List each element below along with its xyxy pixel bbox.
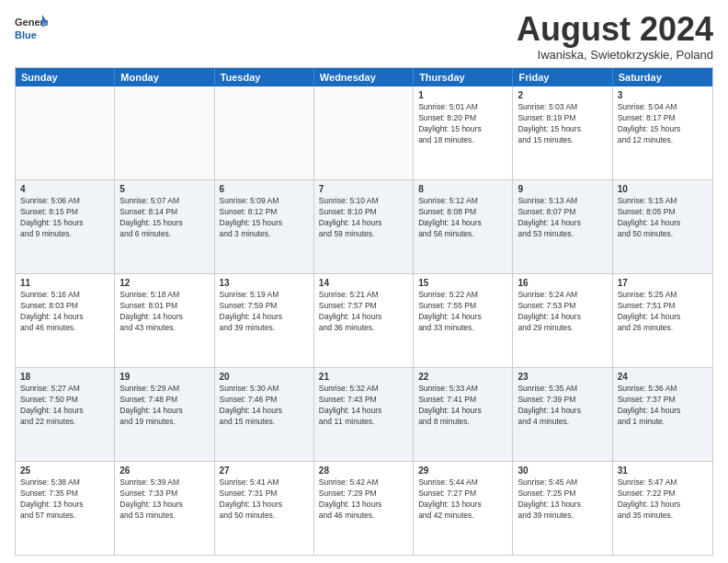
logo: General Blue (15, 11, 48, 44)
day-number: 29 (418, 465, 507, 477)
cell-info: Sunrise: 5:33 AM Sunset: 7:41 PM Dayligh… (418, 384, 507, 428)
calendar-cell: 2Sunrise: 5:03 AM Sunset: 8:19 PM Daylig… (513, 86, 612, 179)
calendar-cell: 29Sunrise: 5:44 AM Sunset: 7:27 PM Dayli… (414, 462, 513, 555)
weekday-header: Tuesday (215, 68, 314, 86)
calendar-cell: 28Sunrise: 5:42 AM Sunset: 7:29 PM Dayli… (314, 462, 414, 555)
cell-info: Sunrise: 5:35 AM Sunset: 7:39 PM Dayligh… (518, 384, 607, 428)
day-number: 17 (618, 277, 708, 290)
calendar-cell: 9Sunrise: 5:13 AM Sunset: 8:07 PM Daylig… (513, 180, 612, 273)
calendar-cell (215, 86, 314, 179)
calendar-header: SundayMondayTuesdayWednesdayThursdayFrid… (16, 68, 712, 86)
weekday-header: Saturday (613, 68, 712, 86)
day-number: 19 (119, 371, 209, 384)
cell-info: Sunrise: 5:24 AM Sunset: 7:53 PM Dayligh… (518, 290, 607, 334)
calendar-cell: 8Sunrise: 5:12 AM Sunset: 8:08 PM Daylig… (414, 180, 513, 273)
cell-info: Sunrise: 5:25 AM Sunset: 7:51 PM Dayligh… (618, 290, 708, 334)
weekday-header: Sunday (16, 68, 115, 86)
calendar-cell: 30Sunrise: 5:45 AM Sunset: 7:25 PM Dayli… (513, 462, 612, 555)
day-number: 11 (20, 277, 109, 290)
calendar-cell (115, 86, 214, 179)
calendar-cell: 5Sunrise: 5:07 AM Sunset: 8:14 PM Daylig… (115, 180, 214, 273)
title-area: August 2024 Iwaniska, Swietokrzyskie, Po… (517, 11, 713, 62)
day-number: 7 (319, 183, 408, 196)
calendar-cell: 14Sunrise: 5:21 AM Sunset: 7:57 PM Dayli… (314, 274, 414, 367)
calendar-body: 1Sunrise: 5:01 AM Sunset: 8:20 PM Daylig… (16, 86, 712, 555)
calendar-cell: 16Sunrise: 5:24 AM Sunset: 7:53 PM Dayli… (513, 274, 612, 367)
cell-info: Sunrise: 5:22 AM Sunset: 7:55 PM Dayligh… (418, 290, 507, 334)
location: Iwaniska, Swietokrzyskie, Poland (517, 48, 713, 62)
day-number: 1 (418, 89, 507, 102)
cell-info: Sunrise: 5:29 AM Sunset: 7:48 PM Dayligh… (119, 384, 209, 428)
day-number: 25 (20, 465, 109, 477)
calendar: SundayMondayTuesdayWednesdayThursdayFrid… (15, 67, 713, 556)
day-number: 4 (20, 183, 109, 196)
calendar-cell: 3Sunrise: 5:04 AM Sunset: 8:17 PM Daylig… (613, 86, 712, 179)
calendar-cell: 7Sunrise: 5:10 AM Sunset: 8:10 PM Daylig… (314, 180, 414, 273)
logo-svg: General Blue (15, 11, 48, 44)
weekday-header: Wednesday (314, 68, 414, 86)
day-number: 13 (220, 277, 309, 290)
day-number: 18 (20, 371, 109, 384)
cell-info: Sunrise: 5:07 AM Sunset: 8:14 PM Dayligh… (119, 196, 209, 240)
cell-info: Sunrise: 5:18 AM Sunset: 8:01 PM Dayligh… (119, 290, 209, 334)
calendar-cell: 15Sunrise: 5:22 AM Sunset: 7:55 PM Dayli… (414, 274, 513, 367)
svg-text:Blue: Blue (15, 29, 37, 40)
calendar-cell: 1Sunrise: 5:01 AM Sunset: 8:20 PM Daylig… (414, 86, 513, 179)
calendar-cell: 17Sunrise: 5:25 AM Sunset: 7:51 PM Dayli… (613, 274, 712, 367)
calendar-cell: 27Sunrise: 5:41 AM Sunset: 7:31 PM Dayli… (215, 462, 314, 555)
cell-info: Sunrise: 5:38 AM Sunset: 7:35 PM Dayligh… (20, 477, 109, 522)
calendar-cell: 6Sunrise: 5:09 AM Sunset: 8:12 PM Daylig… (215, 180, 314, 273)
day-number: 6 (220, 183, 309, 196)
cell-info: Sunrise: 5:10 AM Sunset: 8:10 PM Dayligh… (319, 196, 408, 240)
day-number: 3 (618, 89, 708, 102)
cell-info: Sunrise: 5:03 AM Sunset: 8:19 PM Dayligh… (518, 102, 607, 146)
day-number: 14 (319, 277, 408, 290)
calendar-cell: 25Sunrise: 5:38 AM Sunset: 7:35 PM Dayli… (16, 462, 115, 555)
day-number: 12 (119, 277, 209, 290)
cell-info: Sunrise: 5:19 AM Sunset: 7:59 PM Dayligh… (220, 290, 309, 334)
calendar-cell: 31Sunrise: 5:47 AM Sunset: 7:22 PM Dayli… (613, 462, 712, 555)
day-number: 20 (220, 371, 309, 384)
cell-info: Sunrise: 5:47 AM Sunset: 7:22 PM Dayligh… (618, 477, 708, 522)
cell-info: Sunrise: 5:36 AM Sunset: 7:37 PM Dayligh… (618, 384, 708, 428)
weekday-header: Thursday (414, 68, 513, 86)
calendar-cell: 23Sunrise: 5:35 AM Sunset: 7:39 PM Dayli… (513, 368, 612, 461)
day-number: 2 (518, 89, 607, 102)
calendar-row: 4Sunrise: 5:06 AM Sunset: 8:15 PM Daylig… (16, 179, 712, 273)
calendar-cell (314, 86, 414, 179)
cell-info: Sunrise: 5:16 AM Sunset: 8:03 PM Dayligh… (20, 290, 109, 334)
day-number: 26 (119, 465, 209, 477)
header: General Blue August 2024 Iwaniska, Swiet… (15, 11, 713, 62)
cell-info: Sunrise: 5:32 AM Sunset: 7:43 PM Dayligh… (319, 384, 408, 428)
cell-info: Sunrise: 5:21 AM Sunset: 7:57 PM Dayligh… (319, 290, 408, 334)
calendar-row: 1Sunrise: 5:01 AM Sunset: 8:20 PM Daylig… (16, 86, 712, 179)
day-number: 8 (418, 183, 507, 196)
page: General Blue August 2024 Iwaniska, Swiet… (0, 0, 728, 563)
weekday-header: Friday (513, 68, 612, 86)
cell-info: Sunrise: 5:13 AM Sunset: 8:07 PM Dayligh… (518, 196, 607, 240)
cell-info: Sunrise: 5:44 AM Sunset: 7:27 PM Dayligh… (418, 477, 507, 522)
cell-info: Sunrise: 5:45 AM Sunset: 7:25 PM Dayligh… (518, 477, 607, 522)
calendar-row: 11Sunrise: 5:16 AM Sunset: 8:03 PM Dayli… (16, 273, 712, 367)
day-number: 10 (618, 183, 708, 196)
month-title: August 2024 (517, 11, 713, 48)
calendar-cell: 19Sunrise: 5:29 AM Sunset: 7:48 PM Dayli… (115, 368, 214, 461)
calendar-cell (16, 86, 115, 179)
cell-info: Sunrise: 5:04 AM Sunset: 8:17 PM Dayligh… (618, 102, 708, 146)
calendar-cell: 18Sunrise: 5:27 AM Sunset: 7:50 PM Dayli… (16, 368, 115, 461)
cell-info: Sunrise: 5:30 AM Sunset: 7:46 PM Dayligh… (220, 384, 309, 428)
cell-info: Sunrise: 5:27 AM Sunset: 7:50 PM Dayligh… (20, 384, 109, 428)
cell-info: Sunrise: 5:06 AM Sunset: 8:15 PM Dayligh… (20, 196, 109, 240)
day-number: 31 (618, 465, 708, 477)
cell-info: Sunrise: 5:15 AM Sunset: 8:05 PM Dayligh… (618, 196, 708, 240)
day-number: 28 (319, 465, 408, 477)
calendar-cell: 24Sunrise: 5:36 AM Sunset: 7:37 PM Dayli… (613, 368, 712, 461)
calendar-cell: 10Sunrise: 5:15 AM Sunset: 8:05 PM Dayli… (613, 180, 712, 273)
day-number: 21 (319, 371, 408, 384)
calendar-cell: 20Sunrise: 5:30 AM Sunset: 7:46 PM Dayli… (215, 368, 314, 461)
cell-info: Sunrise: 5:42 AM Sunset: 7:29 PM Dayligh… (319, 477, 408, 522)
calendar-cell: 12Sunrise: 5:18 AM Sunset: 8:01 PM Dayli… (115, 274, 214, 367)
day-number: 23 (518, 371, 607, 384)
calendar-cell: 26Sunrise: 5:39 AM Sunset: 7:33 PM Dayli… (115, 462, 214, 555)
calendar-cell: 21Sunrise: 5:32 AM Sunset: 7:43 PM Dayli… (314, 368, 414, 461)
